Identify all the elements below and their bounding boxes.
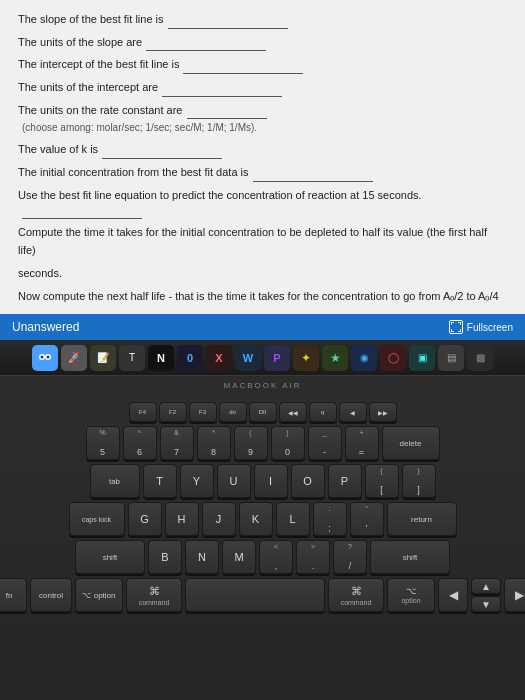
key-caps[interactable]: caps lock (69, 502, 125, 536)
question-9b: seconds. (18, 264, 507, 283)
key-6[interactable]: ^6 (123, 426, 157, 460)
dock-launchpad[interactable]: 🚀 (61, 345, 87, 371)
key-arrow-up[interactable]: ▲ (471, 578, 501, 594)
key-i[interactable]: I (254, 464, 288, 498)
dock-circle[interactable]: ◯ (380, 345, 406, 371)
q7-answer[interactable] (253, 168, 373, 182)
q8-text: Use the best fit line equation to predic… (18, 186, 422, 205)
key-command-left[interactable]: ⌘ command (126, 578, 182, 612)
dock-icon-star2[interactable]: ★ (322, 345, 348, 371)
key-j[interactable]: J (202, 502, 236, 536)
key-f3[interactable]: F3 (189, 402, 217, 422)
key-f2[interactable]: F2 (159, 402, 187, 422)
key-arrow-left[interactable]: ◀ (438, 578, 468, 612)
svg-point-4 (47, 355, 50, 358)
key-lbracket[interactable]: {[ (365, 464, 399, 498)
key-quote[interactable]: "' (350, 502, 384, 536)
q4-text: The units of the intercept are (18, 78, 158, 97)
key-f8[interactable]: DII (249, 402, 277, 422)
q9b-text: seconds. (18, 264, 62, 283)
key-slash[interactable]: ?/ (333, 540, 367, 574)
key-equals[interactable]: += (345, 426, 379, 460)
key-7[interactable]: &7 (160, 426, 194, 460)
dock: 🚀 📝 T N 0 X W P ✦ ★ ◉ ◯ ▣ ▤ ▩ (0, 340, 525, 376)
key-shift-left[interactable]: shift (75, 540, 145, 574)
key-m[interactable]: M (222, 540, 256, 574)
q7-text: The initial concentration from the best … (18, 163, 249, 182)
dock-icon-w[interactable]: W (235, 345, 261, 371)
key-0[interactable]: )0 (271, 426, 305, 460)
key-p[interactable]: P (328, 464, 362, 498)
dock-grid3[interactable]: ▩ (467, 345, 493, 371)
key-8[interactable]: *8 (197, 426, 231, 460)
key-arrow-down[interactable]: ▼ (471, 596, 501, 612)
key-semicolon[interactable]: :; (313, 502, 347, 536)
key-f7[interactable]: do (219, 402, 247, 422)
dock-icon-0[interactable]: 0 (177, 345, 203, 371)
dock-finder[interactable] (32, 345, 58, 371)
q3-text: The intercept of the best fit line is (18, 55, 179, 74)
key-l[interactable]: L (276, 502, 310, 536)
key-fn[interactable]: fn (0, 578, 27, 612)
number-row: %5 ^6 &7 *8 (9 )0 _- += delete (6, 426, 519, 460)
macbook-label: MacBook Air (223, 381, 301, 390)
fullscreen-button[interactable]: Fullscreen (449, 320, 513, 334)
key-period[interactable]: >. (296, 540, 330, 574)
q5-text: The units on the rate constant are (18, 101, 183, 120)
key-option-left[interactable]: ⌥ option (75, 578, 123, 612)
dock-grid1[interactable]: ▣ (409, 345, 435, 371)
q6-text: The value of k is (18, 140, 98, 159)
key-u[interactable]: U (217, 464, 251, 498)
key-delete[interactable]: delete (382, 426, 440, 460)
key-9[interactable]: (9 (234, 426, 268, 460)
key-f11[interactable]: ◀ (339, 402, 367, 422)
key-f10[interactable]: q (309, 402, 337, 422)
q8-answer[interactable] (22, 205, 142, 219)
dock-icon-x[interactable]: X (206, 345, 232, 371)
key-n[interactable]: N (185, 540, 219, 574)
key-h[interactable]: H (165, 502, 199, 536)
dock-notes[interactable]: 📝 (90, 345, 116, 371)
key-option-right[interactable]: ⌥ option (387, 578, 435, 612)
key-f12[interactable]: ▶▶ (369, 402, 397, 422)
q1-answer[interactable] (168, 15, 288, 29)
key-command-right[interactable]: ⌘ command (328, 578, 384, 612)
dock-icon-star[interactable]: ✦ (293, 345, 319, 371)
screen: The slope of the best fit line is The un… (0, 0, 525, 340)
key-5[interactable]: %5 (86, 426, 120, 460)
key-arrow-right[interactable]: ▶ (504, 578, 525, 612)
q6-answer[interactable] (102, 145, 222, 159)
key-tab[interactable]: tab (90, 464, 140, 498)
dock-icon-p[interactable]: P (264, 345, 290, 371)
question-9: Compute the time it takes for the initia… (18, 223, 507, 260)
key-f9[interactable]: ◀◀ (279, 402, 307, 422)
key-g[interactable]: G (128, 502, 162, 536)
key-minus[interactable]: _- (308, 426, 342, 460)
key-o[interactable]: O (291, 464, 325, 498)
key-shift-right[interactable]: shift (370, 540, 450, 574)
key-f4[interactable]: F4 (129, 402, 157, 422)
key-b[interactable]: B (148, 540, 182, 574)
dock-icon-t[interactable]: T (119, 345, 145, 371)
keyboard: F4 F2 F3 do DII ◀◀ q ◀ ▶▶ %5 ^6 &7 *8 (9… (0, 394, 525, 700)
q5-answer[interactable] (187, 105, 267, 119)
key-comma[interactable]: <, (259, 540, 293, 574)
dock-safari[interactable]: ◉ (351, 345, 377, 371)
q5-note: (choose among: molar/sec; 1/sec; sec/M; … (22, 119, 257, 136)
key-k[interactable]: K (239, 502, 273, 536)
key-return[interactable]: return (387, 502, 457, 536)
key-t[interactable]: T (143, 464, 177, 498)
q4-answer[interactable] (162, 83, 282, 97)
dock-icon-n[interactable]: N (148, 345, 174, 371)
dock-grid2[interactable]: ▤ (438, 345, 464, 371)
q3-answer[interactable] (183, 60, 303, 74)
question-8: Use the best fit line equation to predic… (18, 186, 507, 219)
q2-answer[interactable] (146, 37, 266, 51)
qwerty-row: tab T Y U I O P {[ }] (6, 464, 519, 498)
question-3: The intercept of the best fit line is (18, 55, 507, 74)
key-y[interactable]: Y (180, 464, 214, 498)
key-rbracket[interactable]: }] (402, 464, 436, 498)
key-space[interactable] (185, 578, 325, 612)
key-control[interactable]: control (30, 578, 72, 612)
fullscreen-label: Fullscreen (467, 322, 513, 333)
